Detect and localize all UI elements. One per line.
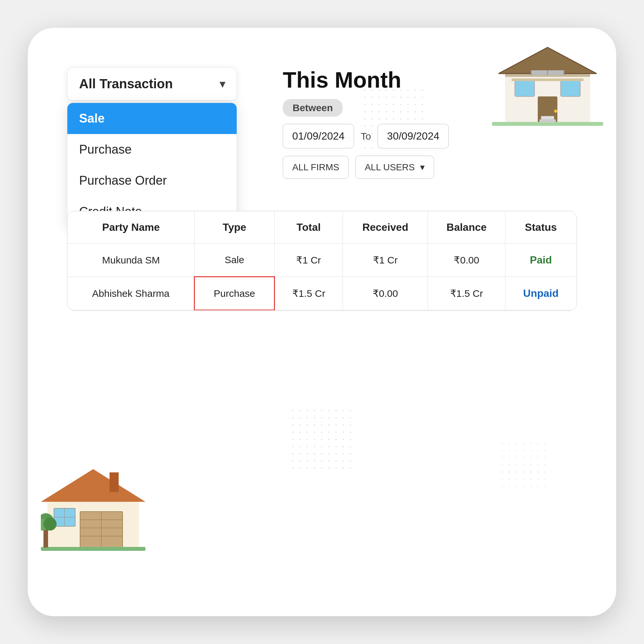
- cell-party-name-1: Mukunda SM: [68, 244, 195, 277]
- filters-row: ALL FIRMS ALL USERS ▾: [283, 156, 577, 179]
- svg-point-31: [43, 517, 57, 531]
- cell-party-name-2: Abhishek Sharma: [68, 277, 195, 310]
- main-content: All Transaction ▾ Sale Purchase Purchase…: [67, 67, 577, 577]
- dropdown-item-sale[interactable]: Sale: [67, 103, 237, 134]
- cell-total-1: ₹1 Cr: [275, 244, 343, 277]
- table-header: Party Name Type Total Received: [68, 212, 577, 244]
- table-body: Mukunda SM Sale ₹1 Cr ₹1 Cr ₹0.00 Paid A…: [68, 244, 577, 310]
- status-unpaid-badge: Unpaid: [523, 287, 558, 299]
- cell-received-1: ₹1 Cr: [343, 244, 428, 277]
- cell-total-2: ₹1.5 Cr: [275, 277, 343, 310]
- table-wrapper: Party Name Type Total Received: [67, 211, 577, 311]
- col-header-total: Total: [275, 212, 343, 244]
- date-to-input[interactable]: 30/09/2024: [378, 124, 449, 148]
- dropdown-trigger-label: All Transaction: [79, 76, 173, 91]
- date-separator: To: [361, 131, 371, 142]
- app-container: All Transaction ▾ Sale Purchase Purchase…: [28, 28, 616, 616]
- col-header-received: Received: [343, 212, 428, 244]
- this-month-title: This Month: [283, 67, 577, 93]
- cell-received-2: ₹0.00: [343, 277, 428, 310]
- dropdown-chevron-icon: ▾: [220, 78, 225, 90]
- date-range-row: 01/09/2024 To 30/09/2024: [283, 124, 577, 148]
- cell-type-2: Purchase: [195, 277, 275, 310]
- dropdown-menu: Sale Purchase Purchase Order Credit Note: [67, 103, 237, 228]
- cell-type-1: Sale: [195, 244, 275, 277]
- between-badge: Between: [283, 99, 343, 117]
- col-header-type: Type: [195, 212, 275, 244]
- status-paid-badge: Paid: [530, 254, 552, 266]
- cell-status-1: Paid: [505, 244, 577, 277]
- table-row: Abhishek Sharma Purchase ₹1.5 Cr ₹0.00 ₹…: [68, 277, 577, 310]
- col-header-party-name: Party Name: [68, 212, 195, 244]
- users-filter-chevron: ▾: [420, 162, 425, 173]
- date-from-input[interactable]: 01/09/2024: [283, 124, 354, 148]
- col-header-status: Status: [505, 212, 577, 244]
- col-header-balance: Balance: [428, 212, 505, 244]
- table-section: Party Name Type Total Received: [67, 211, 577, 311]
- right-section: This Month Between 01/09/2024 To 30/09/2…: [283, 67, 577, 179]
- all-firms-filter[interactable]: ALL FIRMS: [283, 156, 349, 179]
- table-row: Mukunda SM Sale ₹1 Cr ₹1 Cr ₹0.00 Paid: [68, 244, 577, 277]
- dropdown-item-purchase-order[interactable]: Purchase Order: [67, 165, 237, 196]
- dropdown-item-purchase[interactable]: Purchase: [67, 134, 237, 165]
- transaction-type-dropdown[interactable]: All Transaction ▾: [67, 67, 237, 101]
- transactions-table: Party Name Type Total Received: [67, 211, 577, 311]
- cell-balance-1: ₹0.00: [428, 244, 505, 277]
- cell-status-2: Unpaid: [505, 277, 577, 310]
- dropdown-section: All Transaction ▾ Sale Purchase Purchase…: [67, 67, 237, 228]
- table-header-row: Party Name Type Total Received: [68, 212, 577, 244]
- cell-balance-2: ₹1.5 Cr: [428, 277, 505, 310]
- all-users-filter[interactable]: ALL USERS ▾: [355, 156, 434, 179]
